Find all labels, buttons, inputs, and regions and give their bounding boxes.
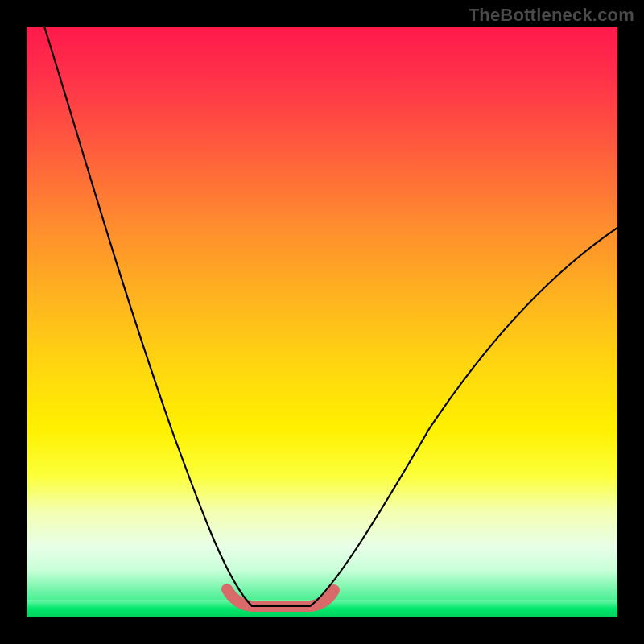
highlight-bottom-path — [227, 589, 334, 606]
watermark-text: TheBottleneck.com — [469, 5, 634, 26]
curve-svg — [27, 27, 617, 617]
main-curve-path — [44, 27, 617, 606]
chart-frame: TheBottleneck.com — [0, 0, 644, 644]
plot-area — [27, 27, 617, 617]
